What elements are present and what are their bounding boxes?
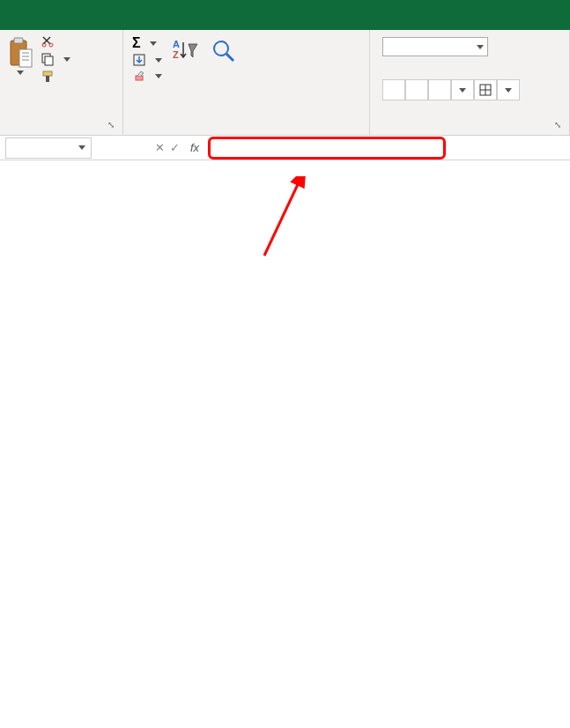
- cut-button[interactable]: [39, 33, 72, 49]
- svg-rect-1: [14, 38, 23, 43]
- name-box[interactable]: [5, 137, 92, 159]
- sort-filter-button[interactable]: AZ: [166, 33, 204, 131]
- bold-button[interactable]: [382, 79, 405, 100]
- underline-dropdown[interactable]: [451, 79, 474, 100]
- font-group-label: [375, 131, 564, 133]
- font-name-dropdown[interactable]: [382, 37, 488, 56]
- format-painter-button[interactable]: [39, 69, 72, 85]
- editing-group-label: [129, 131, 364, 133]
- paste-button[interactable]: [5, 33, 35, 131]
- svg-point-16: [214, 41, 228, 56]
- formula-bar: ✕ ✓ fx: [0, 136, 570, 160]
- italic-button[interactable]: [405, 79, 428, 100]
- copy-button[interactable]: [39, 51, 72, 67]
- svg-line-21: [264, 181, 300, 256]
- fx-icon[interactable]: fx: [185, 141, 204, 154]
- svg-rect-13: [136, 76, 143, 80]
- annotation-arrow: [255, 176, 308, 264]
- svg-line-17: [226, 54, 233, 61]
- clear-button[interactable]: [132, 69, 162, 83]
- svg-rect-2: [19, 49, 32, 67]
- svg-point-7: [49, 43, 53, 47]
- border-button[interactable]: [474, 79, 497, 100]
- svg-text:Z: Z: [173, 49, 179, 60]
- fill-button[interactable]: [132, 53, 162, 67]
- clipboard-group-label: [5, 131, 117, 133]
- svg-rect-10: [43, 71, 52, 76]
- clipboard-expand-icon[interactable]: ⤡: [107, 120, 120, 132]
- ribbon: ⤡ Σ AZ: [0, 30, 570, 136]
- autosum-button[interactable]: Σ: [132, 35, 162, 51]
- find-select-button[interactable]: [204, 33, 243, 131]
- font-expand-icon[interactable]: ⤡: [554, 120, 566, 132]
- svg-rect-9: [45, 56, 53, 65]
- menubar: [0, 0, 570, 30]
- border-dropdown[interactable]: [497, 79, 520, 100]
- formula-input[interactable]: [208, 137, 446, 160]
- svg-text:A: A: [173, 39, 180, 49]
- underline-button[interactable]: [428, 79, 451, 100]
- svg-rect-11: [46, 76, 49, 82]
- accept-formula-icon[interactable]: ✓: [170, 141, 180, 154]
- cancel-formula-icon[interactable]: ✕: [155, 141, 165, 154]
